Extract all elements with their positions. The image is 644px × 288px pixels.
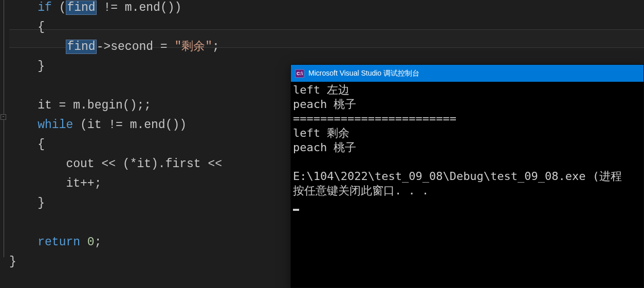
console-line: left 剩余: [293, 127, 349, 139]
console-title-bar[interactable]: C:\ Microsoft Visual Studio 调试控制台: [291, 65, 643, 82]
console-line: peach 桃子: [293, 141, 356, 154]
code-line-8: cout << (*it).first <<: [9, 157, 222, 171]
code-line-9: it++;: [9, 177, 101, 190]
search-match: find: [66, 1, 96, 15]
code-line-10: }: [9, 196, 45, 210]
vs-console-icon: C:\: [295, 69, 304, 78]
caret-selection: find: [66, 40, 96, 54]
code-line-1: {: [9, 21, 45, 34]
console-line: 按任意键关闭此窗口. . .: [293, 184, 429, 197]
code-line-3: }: [9, 60, 45, 73]
fold-line: [4, 0, 4, 257]
code-line-0: if (find != m.end()): [9, 1, 181, 15]
console-line: E:\104\2022\test_09_08\Debug\test_09_08.…: [293, 170, 622, 183]
console-output[interactable]: left 左边 peach 桃子 =======================…: [291, 82, 643, 213]
code-line-7: {: [9, 138, 45, 151]
fold-box[interactable]: -: [1, 114, 6, 120]
console-line: left 左边: [293, 83, 349, 96]
code-line-5: it = m.begin();;: [9, 99, 151, 112]
console-cursor: [293, 209, 299, 211]
code-line-2: find->second = "剩余";: [9, 40, 219, 54]
console-line: peach 桃子: [293, 98, 356, 111]
console-title-text: Microsoft Visual Studio 调试控制台: [308, 69, 419, 78]
console-line: ========================: [293, 112, 456, 125]
fold-gutter: -: [0, 0, 8, 288]
code-line-6: while (it != m.end()): [9, 118, 187, 132]
code-line-12: return 0;: [9, 236, 101, 249]
debug-console-window[interactable]: C:\ Microsoft Visual Studio 调试控制台 left 左…: [290, 64, 644, 288]
code-line-13: }: [9, 255, 16, 268]
code-area[interactable]: if (find != m.end()) { find->second = "剩…: [9, 0, 222, 288]
